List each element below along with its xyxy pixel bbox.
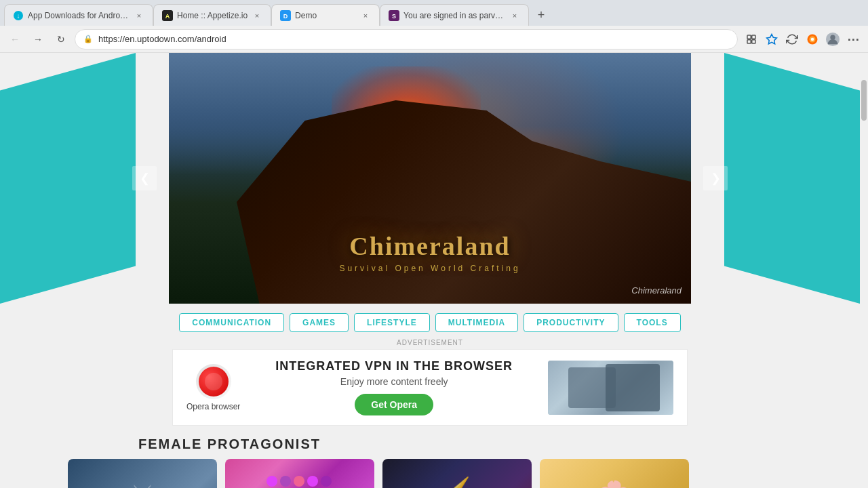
banner-next-button[interactable]: ❯	[703, 166, 728, 190]
app-art-2	[225, 469, 374, 488]
browser-icon[interactable]	[803, 30, 822, 49]
app-card-3[interactable]: ⚡	[382, 459, 532, 488]
banner-logo-area: Chimeraland Survival Open World Crafting	[169, 231, 691, 273]
banner-teal-right	[724, 53, 860, 304]
url-text: https://en.uptodown.com/android	[98, 34, 226, 44]
app-card-1[interactable]: ⚔	[68, 459, 217, 488]
address-bar-row: ← → ↻ 🔒 https://en.uptodown.com/android	[0, 26, 868, 53]
app-art-4: 🌸	[540, 472, 689, 488]
tab-tools[interactable]: TOOLS	[624, 313, 681, 332]
tab-demo[interactable]: D Demo ×	[271, 4, 380, 26]
page-content: Chimeraland Survival Open World Crafting…	[0, 53, 868, 488]
ad-image	[548, 361, 673, 415]
address-bar[interactable]: 🔒 https://en.uptodown.com/android	[75, 29, 738, 49]
svg-rect-10	[747, 39, 751, 43]
opera-icon	[196, 364, 231, 399]
tab-favicon-slack: S	[389, 10, 399, 21]
tab-games[interactable]: GAMES	[290, 313, 349, 332]
profile-icon[interactable]	[823, 30, 842, 49]
ad-inner: Opera browser INTEGRATED VPN IN THE BROW…	[172, 349, 688, 426]
tab-title-slack: You are signed in as parveen.ku...	[403, 11, 505, 20]
ad-label: ADVERTISEMENT	[172, 339, 688, 346]
get-opera-button[interactable]: Get Opera	[355, 394, 433, 415]
browser-window: ↓ App Downloads for Android - ... × A Ho…	[0, 0, 868, 488]
ad-description: Enjoy more content freely	[254, 376, 534, 387]
refresh-button[interactable]: ↻	[52, 30, 71, 49]
tab-favicon-uptodown: ↓	[13, 10, 24, 21]
tab-communication[interactable]: COMMUNICATION	[179, 313, 284, 332]
ad-content: INTEGRATED VPN IN THE BROWSER Enjoy more…	[254, 359, 534, 415]
tab-close-demo[interactable]: ×	[360, 10, 371, 21]
opera-inner	[205, 373, 222, 390]
svg-text:S: S	[392, 13, 396, 20]
extensions-icon[interactable]	[742, 30, 761, 49]
svg-text:D: D	[283, 13, 288, 20]
tab-close-appetize[interactable]: ×	[252, 10, 262, 21]
app-card-2[interactable]	[225, 459, 374, 488]
banner-image[interactable]: Chimeraland Survival Open World Crafting…	[169, 53, 691, 304]
tab-slack[interactable]: S You are signed in as parveen.ku... ×	[380, 4, 529, 26]
game-title: Chimeraland	[169, 231, 691, 261]
person-silhouette-2	[606, 364, 660, 411]
tab-bar: ↓ App Downloads for Android - ... × A Ho…	[0, 0, 868, 26]
toolbar-icons: ⋯	[742, 30, 863, 49]
lock-icon: 🔒	[83, 35, 93, 43]
svg-text:A: A	[165, 13, 170, 20]
tab-close-slack[interactable]: ×	[509, 10, 520, 21]
opera-logo: Opera browser	[186, 364, 240, 411]
tab-multimedia[interactable]: MULTIMEDIA	[435, 313, 518, 332]
tab-favicon-appetize: A	[162, 10, 173, 21]
svg-point-14	[811, 37, 814, 41]
app-art-1: ⚔	[68, 472, 217, 488]
svg-text:↓: ↓	[17, 12, 20, 20]
tab-title-appetize: Home :: Appetize.io	[177, 11, 248, 20]
app-grid: ⚔ ⚡	[0, 459, 860, 488]
main-area: Chimeraland Survival Open World Crafting…	[0, 53, 860, 488]
app-art-3: ⚡	[382, 469, 532, 488]
sync-icon[interactable]	[783, 30, 802, 49]
banner-teal-left	[0, 53, 136, 304]
opera-o-shape	[199, 367, 229, 396]
ad-title: INTEGRATED VPN IN THE BROWSER	[254, 359, 534, 373]
svg-point-16	[830, 35, 835, 39]
banner-watermark: Chimeraland	[631, 285, 682, 296]
new-tab-button[interactable]: +	[532, 5, 551, 24]
svg-rect-11	[752, 39, 755, 43]
menu-button[interactable]: ⋯	[844, 30, 863, 49]
banner-prev-button[interactable]: ❮	[132, 166, 157, 190]
svg-rect-9	[752, 35, 755, 39]
category-tabs: COMMUNICATION GAMES LIFESTYLE MULTIMEDIA…	[179, 304, 680, 339]
forward-button[interactable]: →	[28, 30, 47, 49]
game-subtitle: Survival Open World Crafting	[169, 264, 691, 273]
opera-label: Opera browser	[186, 402, 240, 411]
scrollbar-thumb[interactable]	[861, 80, 867, 121]
tab-close-uptodown[interactable]: ×	[134, 10, 144, 21]
back-button[interactable]: ←	[5, 30, 24, 49]
svg-rect-8	[747, 35, 751, 39]
scrollbar[interactable]	[860, 53, 868, 488]
app-card-4[interactable]: 🌸	[540, 459, 689, 488]
advertisement-wrapper: ADVERTISEMENT Opera browser INTEGRATED V…	[172, 339, 688, 426]
section-title: FEMALE PROTAGONIST	[71, 426, 789, 459]
tab-lifestyle[interactable]: LIFESTYLE	[354, 313, 430, 332]
tab-title-uptodown: App Downloads for Android - ...	[28, 11, 130, 20]
tab-uptodown[interactable]: ↓ App Downloads for Android - ... ×	[4, 4, 153, 26]
banner-section: Chimeraland Survival Open World Crafting…	[0, 53, 860, 304]
favorites-icon[interactable]	[762, 30, 781, 49]
tab-appetize[interactable]: A Home :: Appetize.io ×	[153, 4, 271, 26]
tab-title-demo: Demo	[295, 11, 356, 20]
tab-productivity[interactable]: PRODUCTIVITY	[524, 313, 618, 332]
tab-favicon-demo: D	[280, 10, 291, 21]
